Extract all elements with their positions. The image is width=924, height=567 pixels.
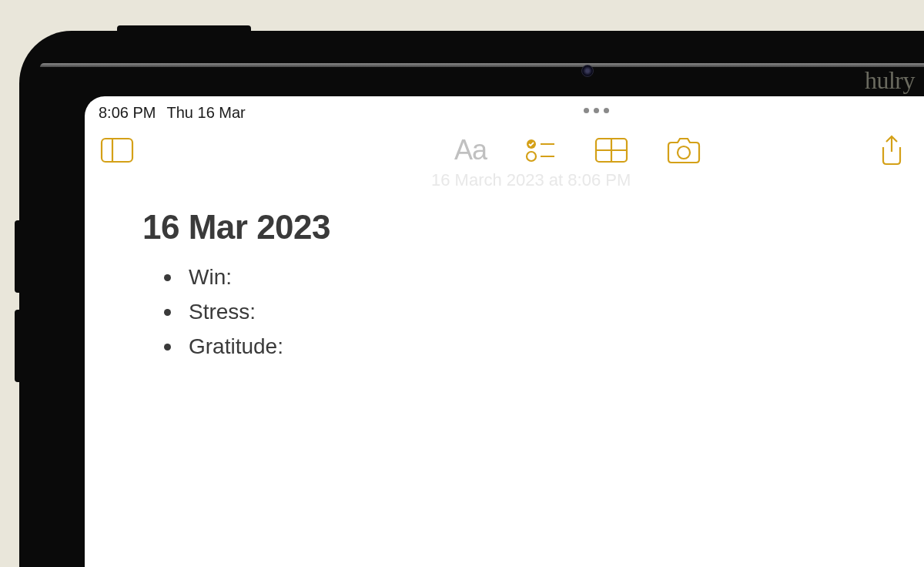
sidebar-toggle-button[interactable] <box>100 137 134 163</box>
device-frame: hulry 8:06 PM Thu 16 Mar <box>19 31 924 567</box>
checklist-button[interactable] <box>525 138 556 163</box>
status-date: Thu 16 Mar <box>166 104 245 122</box>
device-edge-highlight <box>40 63 924 67</box>
camera-button[interactable] <box>667 136 701 164</box>
more-indicator[interactable] <box>584 108 609 113</box>
status-time: 8:06 PM <box>99 104 156 122</box>
sidebar-icon <box>100 137 134 163</box>
list-item: Stress: <box>164 295 866 330</box>
text-format-button[interactable]: Aa <box>454 134 487 166</box>
table-icon <box>594 137 628 163</box>
camera-icon <box>667 136 701 164</box>
text-format-icon: Aa <box>454 134 487 166</box>
list-item: Gratitude: <box>164 330 866 364</box>
watermark: hulry <box>865 66 915 95</box>
checklist-icon <box>525 138 556 163</box>
status-bar: 8:06 PM Thu 16 Mar <box>85 96 924 126</box>
table-button[interactable] <box>594 137 628 163</box>
svg-rect-0 <box>102 139 132 162</box>
note-timestamp: 16 March 2023 at 8:06 PM <box>431 170 631 190</box>
note-content[interactable]: 16 Mar 2023 Win: Stress: Gratitude: <box>85 171 924 379</box>
share-icon <box>879 135 905 166</box>
share-button[interactable] <box>879 135 905 166</box>
svg-point-9 <box>678 146 690 159</box>
note-bullet-list: Win: Stress: Gratitude: <box>142 260 866 364</box>
svg-point-4 <box>527 152 536 161</box>
screen: 8:06 PM Thu 16 Mar Aa <box>85 96 924 567</box>
device-camera <box>581 65 594 77</box>
list-item: Win: <box>164 260 866 295</box>
toolbar: Aa <box>85 126 924 171</box>
note-title: 16 Mar 2023 <box>142 208 866 247</box>
